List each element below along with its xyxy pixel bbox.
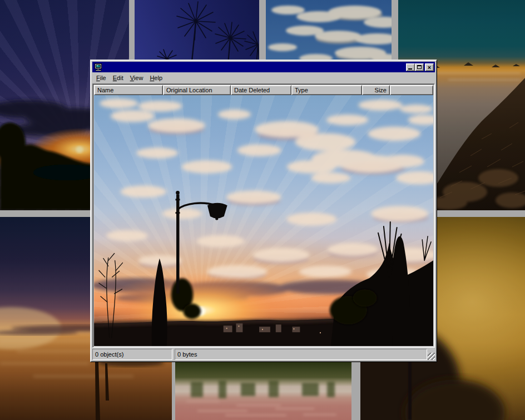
maximize-icon [417, 65, 422, 69]
recycle-bin-window: × File Edit View Help Name Original Loca… [90, 60, 437, 362]
maximize-button[interactable] [415, 63, 424, 71]
menu-view[interactable]: View [127, 73, 147, 82]
column-header-date-deleted[interactable]: Date Deleted [231, 85, 291, 95]
desktop-collage: × File Edit View Help Name Original Loca… [0, 0, 525, 420]
close-button[interactable]: × [425, 63, 434, 71]
menu-file[interactable]: File [93, 73, 110, 82]
column-header-original-location[interactable]: Original Location [163, 85, 231, 95]
statusbar: 0 object(s) 0 bytes [92, 349, 435, 360]
minimize-button[interactable] [406, 63, 415, 71]
column-header-filler [390, 85, 433, 95]
column-header-type[interactable]: Type [291, 85, 362, 95]
menubar: File Edit View Help [92, 72, 435, 83]
sunset-photo-art [94, 95, 433, 346]
file-listview: Name Original Location Date Deleted Type… [92, 83, 435, 348]
menu-edit[interactable]: Edit [110, 73, 127, 82]
program-computer-icon [94, 63, 102, 71]
column-header-name[interactable]: Name [94, 85, 163, 95]
minimize-icon [408, 68, 412, 70]
column-header-row: Name Original Location Date Deleted Type… [94, 85, 433, 95]
menu-help[interactable]: Help [146, 73, 166, 82]
titlebar[interactable]: × [92, 62, 435, 72]
column-header-size[interactable]: Size [362, 85, 390, 95]
status-object-count: 0 object(s) [92, 349, 172, 360]
status-size: 0 bytes [175, 349, 427, 360]
resize-grip[interactable] [428, 353, 435, 360]
close-icon: × [428, 65, 431, 70]
listview-body-sunset-photo[interactable] [94, 95, 433, 346]
